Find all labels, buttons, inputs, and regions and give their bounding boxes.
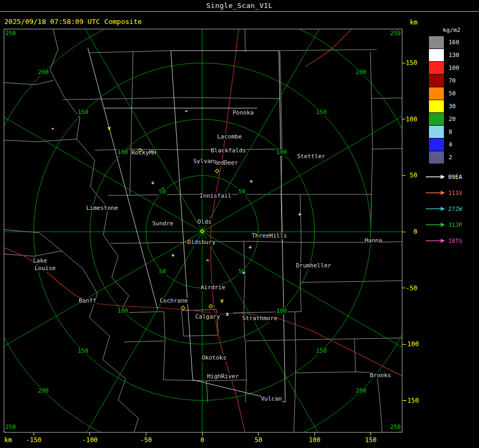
city-label: Sylvan: [193, 158, 214, 165]
vector-legend-row: 18TS: [425, 233, 478, 249]
right-axis-tick-label: -150: [403, 397, 417, 404]
range-ring-label: 100: [276, 149, 287, 156]
right-axis-tick-label: 100: [403, 116, 417, 123]
city-label: Brooks: [370, 372, 391, 379]
color-scale-value: 20: [449, 116, 456, 123]
city-label: Ponoka: [233, 110, 254, 116]
right-axis-tick-label: -50: [403, 284, 417, 292]
range-ring-label: 200: [38, 69, 49, 76]
right-axis-tick-label: -100: [403, 340, 417, 348]
bottom-axis-tick-label: 50: [247, 436, 270, 444]
bottom-axis-tick: [202, 433, 203, 436]
color-scale-swatch: [429, 126, 444, 138]
range-ring-label: 50: [159, 268, 167, 275]
bottom-axis-tick: [370, 433, 371, 436]
city-label: Strathmore: [242, 315, 277, 322]
legend-unit-label: kg/m2: [443, 27, 478, 34]
right-axis-tick-label: 50: [403, 172, 417, 179]
color-scale-row: 8: [429, 125, 478, 138]
color-scale-value: 4: [449, 141, 452, 148]
color-scale-swatch: [429, 49, 444, 61]
range-ring-label: 200: [356, 69, 367, 76]
point-marker: .: [161, 184, 164, 190]
vector-id-label: 18TS: [448, 238, 463, 245]
color-scale-row: 50: [429, 87, 478, 100]
storm-vector-arrow-icon: [425, 206, 445, 212]
city-label: Lake: [33, 258, 47, 264]
point-marker: *: [250, 180, 253, 185]
range-ring-label: 50: [159, 189, 167, 195]
city-label: Lacombe: [217, 134, 242, 140]
city-label: Blackfalds: [211, 148, 246, 154]
bottom-axis-tick: [89, 433, 90, 436]
bottom-axis-tick: [146, 433, 146, 436]
bottom-axis-tick-label: 100: [303, 436, 326, 444]
color-scale-swatch: [429, 36, 444, 48]
point-marker: +: [249, 245, 252, 250]
bottom-axis-tick: [34, 433, 34, 436]
vector-id-label: 31JP: [448, 222, 463, 229]
color-scale-swatch: [429, 75, 444, 87]
city-label: Innisfail: [200, 193, 232, 199]
point-marker: ^: [206, 259, 209, 265]
bottom-axis-tick: [315, 433, 315, 436]
city-label: Limestone: [86, 205, 118, 211]
radar-display-window: Single_Scan_VIL 2025/09/18 07:58:09 UTC …: [0, 0, 479, 448]
window-title: Single_Scan_VIL: [207, 2, 273, 10]
city-label: ThreeHills: [252, 233, 287, 239]
color-scale-value: 130: [449, 52, 459, 59]
city-label: Banff: [79, 298, 96, 304]
color-scale-value: 8: [449, 128, 452, 135]
storm-vector-arrow-icon: [425, 190, 445, 196]
point-marker: v: [108, 126, 111, 131]
color-scale-value: 2: [449, 154, 452, 161]
city-label: Cochrane: [160, 298, 188, 304]
vector-legend-row: 09EA: [425, 169, 478, 185]
point-marker: +: [171, 252, 175, 258]
right-axis-unit-label: km: [410, 19, 417, 26]
city-label: Hanna: [365, 238, 382, 244]
bottom-axis-tick-label: 150: [359, 436, 383, 444]
radar-map-canvas[interactable]: 5050505010010010010015015015015020020020…: [4, 29, 402, 432]
city-label: Calgary: [195, 314, 220, 320]
range-ring-label: 150: [316, 109, 327, 116]
bottom-axis-tick-label: -100: [78, 436, 102, 444]
color-scale-value: 160: [449, 39, 459, 46]
storm-vector-arrow-icon: [425, 222, 445, 228]
color-scale-row: 20: [429, 112, 478, 125]
vector-legend-row: 31JP: [425, 217, 478, 233]
city-label: Airdrie: [201, 284, 225, 291]
color-scale-value: 30: [449, 103, 456, 110]
color-scale-swatch: [429, 139, 444, 151]
point-marker: ^: [185, 110, 188, 116]
bottom-axis-tick: [258, 433, 259, 436]
color-scale-value: 100: [449, 64, 459, 71]
color-scale-row: 70: [429, 74, 478, 87]
range-ring-label: 200: [38, 388, 49, 394]
color-scale-value: 70: [449, 77, 456, 84]
range-ring-label: 100: [276, 308, 287, 314]
bottom-axis-tick-label: -150: [22, 436, 45, 444]
range-ring-label: 150: [77, 109, 89, 116]
range-ring-label: 250: [5, 424, 16, 430]
scan-timestamp: 2025/09/18 07:58:09 UTC Composite: [4, 18, 142, 26]
range-ring-label: 250: [390, 424, 401, 430]
right-axis-tick-label: 150: [403, 59, 417, 67]
color-scale-swatch: [429, 113, 444, 125]
color-scale: 16013010070503020842: [429, 36, 478, 164]
color-scale-row: 30: [429, 100, 478, 112]
vector-id-label: 111V: [448, 190, 463, 197]
color-scale-value: 50: [449, 90, 456, 97]
color-scale-swatch: [429, 151, 444, 164]
city-label: Okotoks: [202, 355, 226, 361]
range-ring-label: 200: [356, 388, 367, 394]
window-titlebar: Single_Scan_VIL: [0, 0, 479, 12]
storm-vector-arrow-icon: [425, 174, 445, 180]
range-ring-label: 250: [5, 30, 16, 37]
color-scale-row: 2: [429, 151, 478, 164]
right-axis-tick-label: 0: [403, 228, 417, 235]
city-label: Sundre: [152, 221, 174, 227]
range-ring-label: 100: [117, 149, 129, 156]
color-scale-row: 4: [429, 138, 478, 151]
vector-legend-row: 27ZW: [425, 201, 478, 217]
